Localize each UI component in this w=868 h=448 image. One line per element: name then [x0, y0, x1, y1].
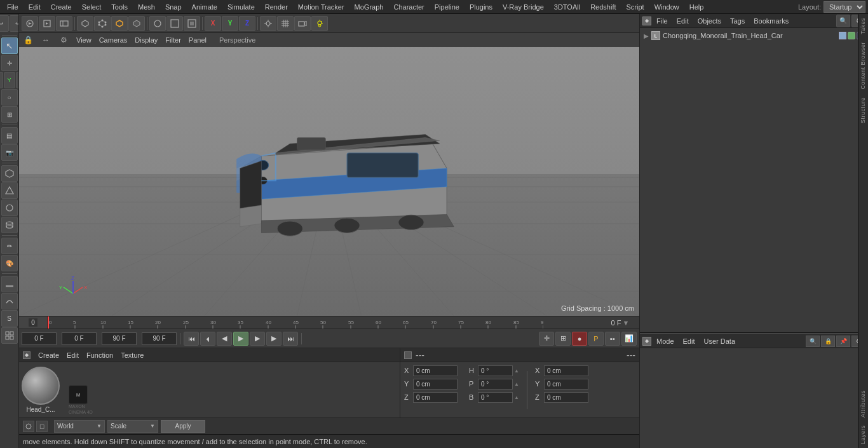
viewport-expand-icon[interactable]: ↔ [41, 35, 51, 45]
menu-create[interactable]: Create [46, 2, 76, 12]
material-thumbnail[interactable] [22, 367, 60, 405]
viewport-config-icon[interactable]: ⚙ [58, 35, 69, 45]
axis-x-btn[interactable]: X [205, 16, 221, 31]
obj-menu-file[interactable]: File [653, 17, 672, 25]
prev-key-button[interactable]: ◀ [217, 332, 232, 346]
attributes-tab[interactable]: Attributes [858, 386, 868, 421]
viewport-menu-panel[interactable]: Panel [189, 36, 207, 44]
obj-menu-edit[interactable]: Edit [673, 17, 693, 25]
viewport-lock-icon[interactable]: 🔒 [23, 35, 33, 45]
move-mode-btn[interactable]: ✛ [539, 332, 554, 346]
select-tool-button[interactable]: ↖ [1, 37, 18, 54]
mat-menu-edit[interactable]: Edit [67, 351, 79, 359]
next-key-button[interactable]: ▶ [250, 332, 265, 346]
object-visibility-tag[interactable] [848, 32, 855, 39]
mat-menu-function[interactable]: Function [86, 351, 113, 359]
p-stepper[interactable]: ▲ [514, 381, 519, 387]
menu-help[interactable]: Help [685, 2, 709, 12]
mat-menu-create[interactable]: Create [38, 351, 59, 359]
sphere-button[interactable] [1, 200, 18, 216]
obj-menu-tags[interactable]: Tags [726, 17, 749, 25]
layers-tab[interactable]: Layers [858, 421, 868, 448]
menu-select[interactable]: Select [78, 2, 106, 12]
scale-tool-button[interactable]: ⊞ [1, 106, 18, 123]
viewport-region-btn[interactable] [56, 16, 72, 31]
h-stepper[interactable]: ▲ [514, 368, 519, 374]
menu-simulate[interactable]: Simulate [223, 2, 259, 12]
layout-select[interactable]: Startup [824, 1, 865, 13]
menu-redshift[interactable]: Redshift [586, 2, 620, 12]
obj-search-btn[interactable]: 🔍 [836, 15, 850, 27]
redo-button[interactable]: ↪ [10, 15, 19, 32]
sz-field[interactable]: 0 cm [544, 392, 588, 403]
h-field[interactable]: 0 ° [478, 365, 513, 376]
play-button[interactable]: ▶ [233, 332, 248, 346]
keyframe-btn[interactable]: ▪▪ [605, 332, 620, 346]
b-stepper[interactable]: ▲ [514, 395, 519, 400]
deformer-button[interactable] [1, 293, 18, 309]
menu-tools[interactable]: Tools [107, 2, 132, 12]
z-pos-field[interactable]: 0 cm [413, 392, 458, 403]
menu-3dtoall[interactable]: 3DTOAll [550, 2, 585, 12]
go-to-end-button[interactable]: ⏭ [283, 332, 298, 346]
rotate-y-button[interactable]: Y [4, 72, 15, 88]
grid-btn[interactable] [277, 16, 294, 31]
end-frame-field2[interactable]: 90 F [142, 332, 177, 345]
p-field[interactable]: 0 ° [478, 379, 513, 390]
menu-pipeline[interactable]: Pipeline [430, 2, 464, 12]
sy-field[interactable]: 0 cm [544, 379, 588, 390]
light-vp-btn[interactable] [311, 16, 328, 31]
attr-lock-btn[interactable]: 🔒 [821, 336, 835, 347]
object-row-train[interactable]: ▶ L Chongqing_Monorail_Train_Head_Car [641, 29, 867, 42]
object-color-swatch[interactable] [839, 32, 846, 39]
bottom-icon-1[interactable] [23, 421, 34, 432]
go-to-start-button[interactable]: ⏮ [184, 332, 199, 346]
scale-mode-btn[interactable]: ⊞ [555, 332, 571, 346]
viewport-render-btn[interactable] [39, 16, 55, 31]
obj-mode-btn[interactable] [77, 16, 93, 31]
auto-key-button[interactable]: P [588, 332, 604, 346]
viewport-solo-button[interactable]: ▤ [1, 127, 18, 144]
undo-button[interactable]: ↩ [0, 15, 9, 32]
menu-mograph[interactable]: MoGraph [350, 2, 388, 12]
content-browser-tab[interactable]: Content Browser [858, 38, 868, 93]
prev-frame-button[interactable]: ⏴ [200, 332, 215, 346]
render-settings-btn[interactable] [184, 16, 200, 31]
point-mode-btn[interactable] [94, 16, 111, 31]
viewport-menu-display[interactable]: Display [135, 36, 158, 44]
timeline-toggle-btn[interactable]: 📊 [621, 332, 637, 346]
takes-tab[interactable]: Takes [858, 14, 868, 38]
attr-pin-btn[interactable]: 📌 [836, 336, 850, 347]
viewport-menu-filter[interactable]: Filter [165, 36, 180, 44]
cylinder-button[interactable] [1, 217, 18, 233]
material-button[interactable]: 🎨 [1, 255, 18, 271]
next-frame-button[interactable]: ▶ [266, 332, 281, 346]
cube-button[interactable] [1, 165, 18, 182]
menu-mesh[interactable]: Mesh [133, 2, 159, 12]
snap-btn[interactable] [260, 16, 276, 31]
menu-vray[interactable]: V-Ray Bridge [498, 2, 548, 12]
cone-button[interactable] [1, 182, 18, 199]
attr-search-btn[interactable]: 🔍 [806, 336, 820, 347]
menu-window[interactable]: Window [650, 2, 684, 12]
rotate-x-button[interactable]: X [0, 72, 3, 88]
attr-menu-userdata[interactable]: User Data [700, 337, 740, 345]
pen-button[interactable]: ✏ [1, 238, 18, 254]
array-button[interactable] [1, 327, 18, 344]
current-frame-field[interactable]: 0 F [22, 332, 57, 345]
end-frame-field[interactable]: 90 F [102, 332, 137, 345]
viewport-live-btn[interactable] [22, 16, 38, 31]
poly-mode-btn[interactable] [128, 16, 145, 31]
b-field[interactable]: 0 ° [478, 392, 513, 403]
render-pv-btn[interactable] [166, 16, 183, 31]
timeline-ruler[interactable]: 0 5 10 15 20 25 30 35 [48, 316, 601, 329]
menu-edit[interactable]: Edit [24, 2, 45, 12]
sx-field[interactable]: 0 cm [544, 365, 588, 376]
attr-menu-edit[interactable]: Edit [679, 337, 699, 345]
expand-arrow[interactable]: ▶ [644, 32, 651, 39]
spline-button[interactable]: S [1, 310, 18, 327]
menu-motion-tracker[interactable]: Motion Tracker [294, 2, 349, 12]
obj-menu-objects[interactable]: Objects [694, 17, 725, 25]
menu-snap[interactable]: Snap [161, 2, 186, 12]
menu-script[interactable]: Script [622, 2, 649, 12]
